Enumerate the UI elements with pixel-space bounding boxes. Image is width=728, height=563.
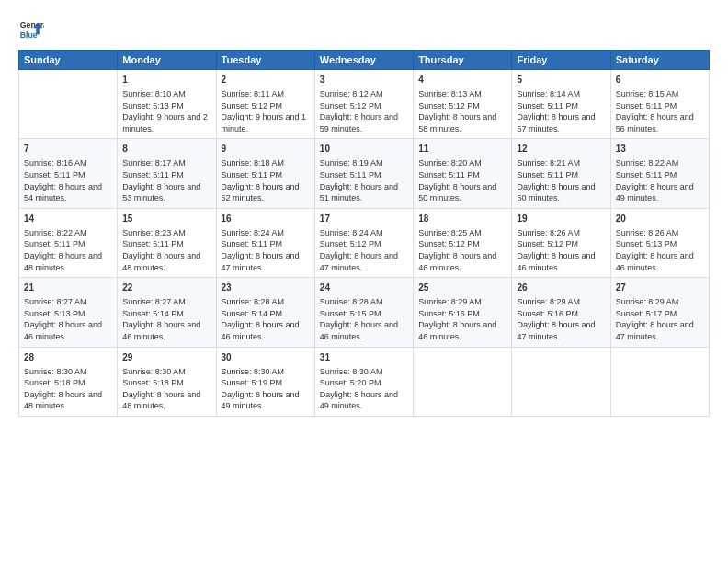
sunset-text: Sunset: 5:14 PM bbox=[222, 308, 310, 320]
day-number: 14 bbox=[24, 213, 112, 225]
calendar-cell: 22Sunrise: 8:27 AMSunset: 5:14 PMDayligh… bbox=[118, 278, 216, 347]
sunset-text: Sunset: 5:12 PM bbox=[418, 238, 506, 250]
sunrise-text: Sunrise: 8:30 AM bbox=[122, 366, 210, 378]
calendar-cell: 31Sunrise: 8:30 AMSunset: 5:20 PMDayligh… bbox=[314, 347, 413, 416]
sunset-text: Sunset: 5:12 PM bbox=[517, 238, 605, 250]
calendar-cell: 3Sunrise: 8:12 AMSunset: 5:12 PMDaylight… bbox=[314, 70, 413, 139]
day-number: 6 bbox=[616, 74, 704, 86]
calendar-cell bbox=[19, 70, 118, 139]
calendar-cell: 29Sunrise: 8:30 AMSunset: 5:18 PMDayligh… bbox=[118, 347, 216, 416]
sunrise-text: Sunrise: 8:14 AM bbox=[517, 88, 605, 100]
day-header: Saturday bbox=[610, 51, 709, 70]
calendar-cell: 7Sunrise: 8:16 AMSunset: 5:11 PMDaylight… bbox=[19, 139, 118, 208]
daylight-text: Daylight: 8 hours and 48 minutes. bbox=[122, 250, 210, 273]
calendar-cell: 19Sunrise: 8:26 AMSunset: 5:12 PMDayligh… bbox=[512, 208, 610, 277]
sunset-text: Sunset: 5:11 PM bbox=[616, 100, 704, 112]
daylight-text: Daylight: 8 hours and 59 minutes. bbox=[320, 111, 408, 134]
calendar-cell: 26Sunrise: 8:29 AMSunset: 5:16 PMDayligh… bbox=[512, 278, 610, 347]
sunrise-text: Sunrise: 8:10 AM bbox=[122, 88, 210, 100]
sunrise-text: Sunrise: 8:29 AM bbox=[418, 296, 506, 308]
day-number: 12 bbox=[517, 143, 605, 155]
daylight-text: Daylight: 8 hours and 49 minutes. bbox=[616, 181, 704, 204]
day-number: 1 bbox=[122, 74, 210, 86]
sunrise-text: Sunrise: 8:24 AM bbox=[222, 227, 310, 239]
sunset-text: Sunset: 5:11 PM bbox=[222, 169, 310, 181]
day-number: 2 bbox=[222, 74, 310, 86]
day-number: 18 bbox=[418, 213, 506, 225]
day-number: 17 bbox=[320, 213, 408, 225]
sunrise-text: Sunrise: 8:27 AM bbox=[24, 296, 112, 308]
sunset-text: Sunset: 5:11 PM bbox=[517, 169, 605, 181]
calendar-week-row: 28Sunrise: 8:30 AMSunset: 5:18 PMDayligh… bbox=[19, 347, 710, 416]
sunrise-text: Sunrise: 8:19 AM bbox=[320, 157, 408, 169]
day-number: 4 bbox=[418, 74, 506, 86]
daylight-text: Daylight: 8 hours and 46 minutes. bbox=[222, 319, 310, 342]
calendar-cell: 4Sunrise: 8:13 AMSunset: 5:12 PMDaylight… bbox=[414, 70, 512, 139]
header-row: SundayMondayTuesdayWednesdayThursdayFrid… bbox=[19, 51, 710, 70]
calendar-cell: 24Sunrise: 8:28 AMSunset: 5:15 PMDayligh… bbox=[314, 278, 413, 347]
sunrise-text: Sunrise: 8:11 AM bbox=[222, 88, 310, 100]
daylight-text: Daylight: 9 hours and 1 minute. bbox=[222, 111, 310, 134]
daylight-text: Daylight: 8 hours and 49 minutes. bbox=[320, 389, 408, 412]
daylight-text: Daylight: 8 hours and 46 minutes. bbox=[517, 250, 605, 273]
day-number: 30 bbox=[222, 351, 310, 364]
sunset-text: Sunset: 5:16 PM bbox=[517, 308, 605, 320]
sunrise-text: Sunrise: 8:13 AM bbox=[418, 88, 506, 100]
sunset-text: Sunset: 5:11 PM bbox=[320, 169, 408, 181]
sunrise-text: Sunrise: 8:20 AM bbox=[418, 157, 506, 169]
day-number: 31 bbox=[320, 351, 408, 364]
header: General Blue bbox=[18, 17, 710, 42]
sunrise-text: Sunrise: 8:22 AM bbox=[24, 227, 112, 239]
day-number: 28 bbox=[24, 351, 112, 364]
day-number: 19 bbox=[517, 213, 605, 225]
daylight-text: Daylight: 8 hours and 49 minutes. bbox=[222, 389, 310, 412]
sunrise-text: Sunrise: 8:21 AM bbox=[517, 157, 605, 169]
day-header: Friday bbox=[512, 51, 610, 70]
calendar-cell: 2Sunrise: 8:11 AMSunset: 5:12 PMDaylight… bbox=[216, 70, 314, 139]
calendar-cell: 30Sunrise: 8:30 AMSunset: 5:19 PMDayligh… bbox=[216, 347, 314, 416]
sunset-text: Sunset: 5:13 PM bbox=[24, 308, 112, 320]
day-number: 16 bbox=[222, 213, 310, 225]
calendar-week-row: 1Sunrise: 8:10 AMSunset: 5:13 PMDaylight… bbox=[19, 70, 710, 139]
calendar-cell: 21Sunrise: 8:27 AMSunset: 5:13 PMDayligh… bbox=[19, 278, 118, 347]
day-number: 23 bbox=[222, 282, 310, 294]
day-header: Tuesday bbox=[216, 51, 314, 70]
calendar-cell: 27Sunrise: 8:29 AMSunset: 5:17 PMDayligh… bbox=[610, 278, 709, 347]
sunrise-text: Sunrise: 8:17 AM bbox=[122, 157, 210, 169]
calendar-week-row: 14Sunrise: 8:22 AMSunset: 5:11 PMDayligh… bbox=[19, 208, 710, 277]
sunset-text: Sunset: 5:18 PM bbox=[122, 377, 210, 389]
daylight-text: Daylight: 8 hours and 53 minutes. bbox=[122, 181, 210, 204]
calendar-table: SundayMondayTuesdayWednesdayThursdayFrid… bbox=[18, 50, 710, 417]
calendar-week-row: 7Sunrise: 8:16 AMSunset: 5:11 PMDaylight… bbox=[19, 139, 710, 208]
logo: General Blue bbox=[18, 17, 44, 42]
sunset-text: Sunset: 5:13 PM bbox=[122, 100, 210, 112]
daylight-text: Daylight: 8 hours and 48 minutes. bbox=[24, 250, 112, 273]
day-number: 22 bbox=[122, 282, 210, 294]
daylight-text: Daylight: 8 hours and 46 minutes. bbox=[616, 250, 704, 273]
daylight-text: Daylight: 8 hours and 48 minutes. bbox=[122, 389, 210, 412]
day-number: 20 bbox=[616, 213, 704, 225]
sunrise-text: Sunrise: 8:26 AM bbox=[517, 227, 605, 239]
svg-text:General: General bbox=[20, 20, 44, 29]
page: General Blue SundayMondayTuesdayWednesda… bbox=[0, 0, 728, 563]
day-number: 13 bbox=[616, 143, 704, 155]
sunrise-text: Sunrise: 8:27 AM bbox=[122, 296, 210, 308]
calendar-cell: 23Sunrise: 8:28 AMSunset: 5:14 PMDayligh… bbox=[216, 278, 314, 347]
day-number: 10 bbox=[320, 143, 408, 155]
calendar-cell: 16Sunrise: 8:24 AMSunset: 5:11 PMDayligh… bbox=[216, 208, 314, 277]
daylight-text: Daylight: 8 hours and 47 minutes. bbox=[517, 319, 605, 342]
day-number: 8 bbox=[122, 143, 210, 155]
sunset-text: Sunset: 5:11 PM bbox=[222, 238, 310, 250]
day-number: 27 bbox=[616, 282, 704, 294]
day-number: 7 bbox=[24, 143, 112, 155]
calendar-cell bbox=[610, 347, 709, 416]
sunset-text: Sunset: 5:11 PM bbox=[418, 169, 506, 181]
sunrise-text: Sunrise: 8:29 AM bbox=[517, 296, 605, 308]
daylight-text: Daylight: 8 hours and 47 minutes. bbox=[222, 250, 310, 273]
sunrise-text: Sunrise: 8:30 AM bbox=[24, 366, 112, 378]
calendar-cell: 1Sunrise: 8:10 AMSunset: 5:13 PMDaylight… bbox=[118, 70, 216, 139]
day-number: 25 bbox=[418, 282, 506, 294]
day-number: 24 bbox=[320, 282, 408, 294]
sunrise-text: Sunrise: 8:30 AM bbox=[222, 366, 310, 378]
sunrise-text: Sunrise: 8:23 AM bbox=[122, 227, 210, 239]
